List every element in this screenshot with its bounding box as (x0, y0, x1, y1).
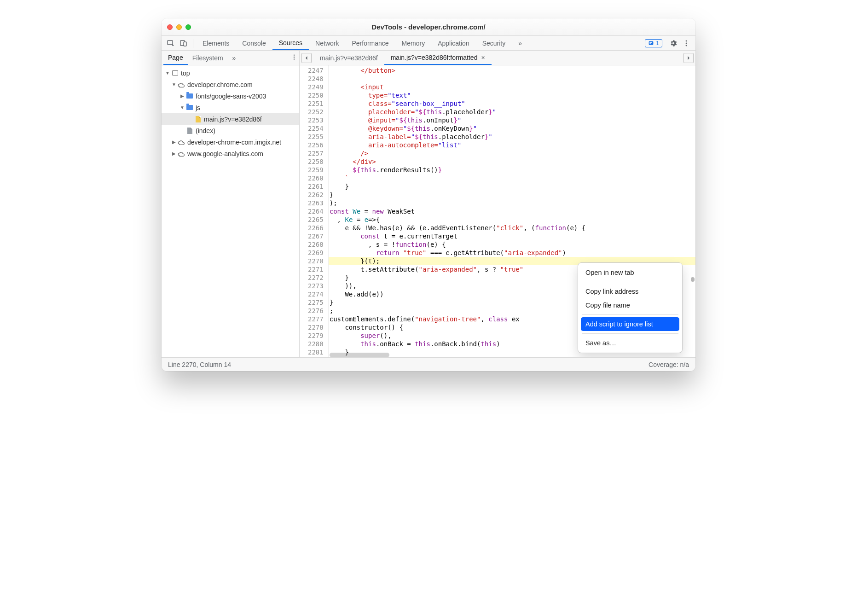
tree-domain-imgix[interactable]: ▶ developer-chrome-com.imgix.net (162, 136, 299, 148)
subtab-page[interactable]: Page (163, 51, 188, 65)
status-bar: Line 2270, Column 14 Coverage: n/a (162, 357, 695, 371)
svg-point-6 (686, 40, 687, 41)
settings-icon[interactable] (667, 37, 680, 50)
vertical-scrollbar[interactable] (691, 277, 695, 282)
titlebar: DevTools - developer.chrome.com/ (162, 18, 695, 36)
tab-network[interactable]: Network (309, 36, 345, 50)
tree-domain-developer-chrome[interactable]: ▼ developer.chrome.com (162, 79, 299, 90)
svg-point-9 (294, 54, 295, 55)
horizontal-scrollbar[interactable] (330, 353, 389, 357)
line-gutter: 2247224822492250225122522253225422552256… (300, 65, 329, 357)
window-title: DevTools - developer.chrome.com/ (162, 23, 695, 31)
svg-rect-0 (168, 41, 173, 45)
svg-rect-3 (649, 41, 654, 45)
tab-elements[interactable]: Elements (196, 36, 236, 50)
file-navigator: ▼ top ▼ developer.chrome.com ▶ fonts/goo… (162, 65, 300, 357)
menu-add-ignore-list[interactable]: Add script to ignore list (581, 317, 679, 331)
separator (193, 39, 193, 48)
svg-rect-5 (650, 43, 651, 44)
toggle-debugger-icon[interactable] (683, 53, 694, 63)
svg-point-8 (686, 45, 687, 46)
tab-security[interactable]: Security (476, 36, 512, 50)
file-tree: ▼ top ▼ developer.chrome.com ▶ fonts/goo… (162, 65, 299, 161)
file-tab-mainjs[interactable]: main.js?v=e382d86f (313, 51, 384, 65)
main-tabs: Elements Console Sources Network Perform… (196, 36, 528, 50)
tab-sources[interactable]: Sources (272, 36, 309, 50)
tabs-overflow[interactable]: » (512, 36, 528, 50)
cursor-position: Line 2270, Column 14 (168, 361, 231, 368)
file-tab-mainjs-formatted[interactable]: main.js?v=e382d86f:formatted × (384, 51, 492, 65)
svg-rect-2 (184, 42, 186, 46)
toggle-navigator-icon[interactable] (301, 53, 312, 63)
svg-rect-4 (650, 42, 652, 43)
inspect-element-icon[interactable] (164, 37, 177, 50)
tree-label: developer.chrome.com (187, 81, 253, 88)
menu-open-new-tab[interactable]: Open in new tab (581, 266, 679, 279)
subtab-filesystem[interactable]: Filesystem (188, 51, 228, 65)
coverage-status: Coverage: n/a (649, 361, 689, 368)
svg-point-10 (294, 57, 295, 58)
subtabs-overflow[interactable]: » (228, 51, 241, 65)
menu-separator (582, 333, 678, 334)
context-menu: Open in new tab Copy link address Copy f… (578, 262, 683, 353)
tab-memory[interactable]: Memory (395, 36, 432, 50)
menu-copy-filename[interactable]: Copy file name (581, 298, 679, 312)
tab-application[interactable]: Application (431, 36, 476, 50)
navigator-subtabs: Page Filesystem » (162, 51, 300, 65)
navigator-more-icon[interactable] (291, 54, 297, 62)
menu-copy-link[interactable]: Copy link address (581, 285, 679, 298)
tree-label: (index) (196, 127, 215, 134)
tree-file-index[interactable]: (index) (162, 125, 299, 136)
issues-button[interactable]: 1 (645, 39, 662, 47)
tabbar-right: 1 (645, 37, 693, 50)
tree-file-mainjs[interactable]: main.js?v=e382d86f (162, 113, 299, 125)
sources-subbar: Page Filesystem » main.js?v=e382d86f mai… (162, 51, 695, 65)
tree-label: www.google-analytics.com (187, 150, 263, 157)
menu-separator (582, 282, 678, 282)
devtools-window: DevTools - developer.chrome.com/ Element… (162, 18, 695, 371)
tree-folder-js[interactable]: ▼ js (162, 102, 299, 113)
menu-save-as[interactable]: Save as… (581, 336, 679, 350)
tab-performance[interactable]: Performance (345, 36, 395, 50)
sources-body: ▼ top ▼ developer.chrome.com ▶ fonts/goo… (162, 65, 695, 357)
svg-point-11 (294, 58, 295, 59)
tree-domain-ga[interactable]: ▶ www.google-analytics.com (162, 148, 299, 159)
tab-console[interactable]: Console (236, 36, 272, 50)
editor-tabs-bar: main.js?v=e382d86f main.js?v=e382d86f:fo… (300, 51, 695, 65)
tree-folder-fonts[interactable]: ▶ fonts/google-sans-v2003 (162, 90, 299, 102)
tree-label: top (181, 70, 190, 77)
code-editor[interactable]: 2247224822492250225122522253225422552256… (300, 65, 695, 357)
svg-point-7 (686, 42, 687, 44)
file-tabs: main.js?v=e382d86f main.js?v=e382d86f:fo… (313, 51, 492, 65)
more-menu-icon[interactable] (680, 37, 693, 50)
tree-label: fonts/google-sans-v2003 (196, 93, 266, 100)
tree-top[interactable]: ▼ top (162, 67, 299, 79)
tree-label: js (196, 104, 200, 111)
file-tab-label: main.js?v=e382d86f (320, 54, 378, 62)
device-toolbar-icon[interactable] (177, 37, 190, 50)
tree-label: developer-chrome-com.imgix.net (187, 139, 281, 146)
file-tab-label: main.js?v=e382d86f:formatted (391, 54, 478, 61)
main-tabbar: Elements Console Sources Network Perform… (162, 36, 695, 51)
close-tab-icon[interactable]: × (481, 54, 485, 61)
tree-label: main.js?v=e382d86f (204, 116, 262, 123)
issues-count: 1 (656, 40, 659, 46)
menu-separator (582, 314, 678, 315)
